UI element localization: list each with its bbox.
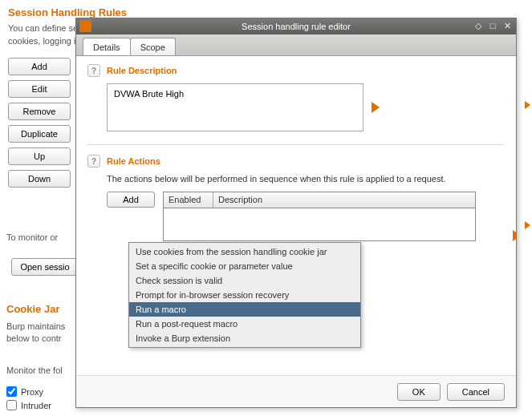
dropdown-item[interactable]: Invoke a Burp extension (129, 331, 360, 345)
rule-description-heading: ? Rule Description (87, 64, 505, 77)
dropdown-item[interactable]: Prompt for in-browser session recovery (129, 288, 360, 302)
col-description[interactable]: Description (213, 192, 475, 208)
cookie-jar-text: Burp maintains below to contr (6, 321, 65, 345)
down-rule-button[interactable]: Down (8, 170, 71, 188)
dialog-title: Session handling rule editor (242, 22, 351, 31)
add-rule-button[interactable]: Add (8, 58, 71, 75)
rules-button-column: Add Edit Remove Duplicate Up Down (8, 58, 71, 188)
monitor-text: To monitor or (6, 232, 58, 242)
proxy-check-row[interactable]: Proxy (6, 386, 51, 397)
expand-arrow-icon[interactable] (372, 102, 380, 113)
cookie-jar-text2: below to contr (6, 333, 61, 343)
dropdown-item[interactable]: Run a macro (129, 302, 360, 317)
actions-table[interactable]: Enabled Description (163, 192, 476, 241)
right-edge-arrows (522, 45, 532, 285)
cookie-jar-text1: Burp maintains (6, 321, 65, 331)
section-divider (87, 144, 505, 145)
rule-actions-heading: ? Rule Actions (87, 155, 505, 168)
rule-description-title: Rule Description (107, 66, 177, 75)
intruder-checkbox[interactable] (6, 400, 17, 410)
actions-table-body[interactable] (164, 208, 475, 240)
dialog-titlebar[interactable]: Session handling rule editor ◇ □ ✕ (76, 18, 516, 34)
duplicate-rule-button[interactable]: Duplicate (8, 125, 71, 143)
tab-scope[interactable]: Scope (130, 38, 176, 55)
col-enabled[interactable]: Enabled (164, 192, 213, 208)
actions-table-header: Enabled Description (164, 192, 475, 208)
remove-rule-button[interactable]: Remove (8, 103, 71, 120)
monitor-checks: Proxy Intruder (6, 386, 51, 410)
scroll-arrow-icon[interactable] (525, 221, 530, 229)
expand-arrow-icon[interactable] (513, 230, 516, 241)
intruder-check-label: Intruder (21, 401, 51, 410)
edit-rule-button[interactable]: Edit (8, 80, 71, 98)
rule-actions-desc: The actions below will be performed in s… (107, 174, 505, 184)
add-action-dropdown[interactable]: Use cookies from the session handling co… (128, 242, 361, 348)
rule-actions-title: Rule Actions (107, 156, 160, 166)
dropdown-item[interactable]: Set a specific cookie or parameter value (129, 259, 360, 273)
up-rule-button[interactable]: Up (8, 147, 71, 165)
tab-details[interactable]: Details (83, 38, 131, 55)
dialog-tabbar: Details Scope (76, 34, 516, 55)
cancel-button[interactable]: Cancel (447, 383, 505, 401)
cookie-jar-heading: Cookie Jar (6, 303, 59, 315)
session-rule-editor-dialog: Session handling rule editor ◇ □ ✕ Detai… (75, 18, 517, 408)
app-icon (79, 20, 91, 32)
detach-icon[interactable]: ◇ (473, 20, 484, 31)
add-action-button[interactable]: Add (107, 192, 155, 208)
scroll-arrow-icon[interactable] (525, 101, 530, 109)
dropdown-item[interactable]: Check session is valid (129, 273, 360, 288)
intruder-check-row[interactable]: Intruder (6, 400, 51, 410)
proxy-checkbox[interactable] (6, 386, 17, 397)
rule-description-input[interactable] (107, 83, 363, 131)
monitor-following-text: Monitor the fol (6, 365, 63, 375)
ok-button[interactable]: OK (397, 383, 441, 401)
help-icon[interactable]: ? (87, 64, 100, 77)
close-icon[interactable]: ✕ (502, 20, 513, 31)
help-icon[interactable]: ? (87, 155, 100, 168)
dialog-footer: OK Cancel (76, 375, 516, 407)
proxy-check-label: Proxy (21, 387, 43, 397)
session-rules-heading: Session Handling Rules (8, 6, 524, 18)
dropdown-item[interactable]: Run a post-request macro (129, 317, 360, 331)
open-sessions-button[interactable]: Open sessio (11, 258, 79, 276)
dropdown-item[interactable]: Use cookies from the session handling co… (129, 244, 360, 259)
maximize-icon[interactable]: □ (487, 20, 498, 31)
